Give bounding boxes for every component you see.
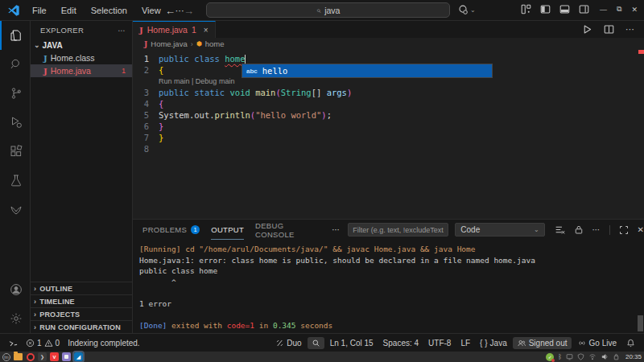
toggle-panel-icon[interactable] [559, 4, 570, 14]
panel-scrollbar-thumb[interactable] [638, 315, 643, 331]
breadcrumb-symbol[interactable]: home [205, 39, 225, 48]
indexing-status[interactable]: Indexing completed. [64, 337, 144, 349]
panel-more-actions-icon[interactable]: ⋯ [592, 225, 601, 234]
line-number: 1 [133, 53, 159, 64]
forward-arrow-icon[interactable]: → [184, 5, 194, 17]
lock-scroll-icon[interactable] [574, 224, 584, 235]
settings-button[interactable] [0, 304, 30, 333]
split-editor-icon[interactable] [604, 24, 614, 35]
menu-edit[interactable]: Edit [55, 3, 83, 18]
menu-view[interactable]: View [135, 3, 167, 18]
cursor-position-status[interactable]: Ln 1, Col 15 [326, 337, 378, 349]
out-line[interactable]: [Done] exited with code=1 in 0.345 secon… [139, 320, 644, 331]
file-home-class[interactable]: J Home.class [31, 51, 132, 64]
section-run-configuration[interactable]: › RUN CONFIGURATION [31, 320, 132, 333]
code-line[interactable]: 8 [133, 143, 644, 154]
encoding-status[interactable]: UTF-8 [424, 337, 455, 349]
eol-status[interactable]: LF [456, 337, 474, 349]
extensions-tab[interactable] [0, 137, 30, 166]
explorer-more-actions-icon[interactable]: ⋯ [118, 26, 126, 35]
file-home-java[interactable]: J Home.java 1 [31, 64, 132, 77]
tab-home-java[interactable]: J Home.java 1 × [133, 21, 216, 38]
customize-layout-icon[interactable] [521, 4, 531, 14]
toggle-secondary-sidebar-icon[interactable] [579, 4, 589, 14]
code-editor[interactable]: 1public class home2{Run main | Debug mai… [133, 50, 644, 219]
out-line[interactable] [139, 309, 644, 320]
section-projects[interactable]: › PROJECTS [31, 307, 132, 320]
out-line[interactable] [139, 287, 644, 298]
tab-problems[interactable]: PROBLEMS 1 [142, 220, 200, 240]
code-line[interactable]: 6} [133, 121, 644, 132]
update-manager-icon[interactable]: ✓ [546, 353, 554, 361]
wifi-icon[interactable] [588, 353, 597, 360]
notifications-button[interactable] [622, 337, 639, 349]
panel-more-tabs-icon[interactable]: ⋯ [332, 225, 340, 234]
out-line[interactable]: ^ [139, 277, 644, 288]
code-line[interactable]: 4{ [133, 98, 644, 109]
indentation-status[interactable]: Spaces: 4 [379, 337, 423, 349]
run-debug-tab[interactable] [0, 108, 30, 137]
token: ; [327, 110, 332, 120]
folder-java[interactable]: ⌄ JAVA [31, 39, 132, 51]
explorer-tab[interactable] [0, 21, 30, 50]
go-live-button[interactable]: Go Live [573, 337, 621, 349]
search-mode-button[interactable] [308, 337, 324, 349]
out-line[interactable]: [Running] cd "/home/arul/Documents/java/… [139, 244, 644, 255]
language-status[interactable]: { } Java [476, 337, 511, 349]
source-control-tab[interactable] [0, 79, 30, 108]
mint-menu-button[interactable]: lm [2, 353, 10, 361]
menu-selection[interactable]: Selection [85, 3, 134, 18]
code-line[interactable]: 1public class home [133, 53, 644, 64]
output-console[interactable]: [Running] cd "/home/arul/Documents/java/… [133, 240, 644, 333]
section-timeline[interactable]: › TIMELINE [31, 294, 132, 307]
minimize-button[interactable]: — [600, 6, 607, 14]
suggest-item-hello[interactable]: abc hello [242, 64, 492, 77]
shield-icon[interactable] [577, 353, 584, 360]
file-manager-launcher[interactable] [14, 352, 23, 361]
more-actions-icon[interactable]: ⋯ [625, 24, 634, 35]
out-line[interactable]: public class home [139, 265, 644, 277]
maximize-panel-icon[interactable] [619, 225, 629, 235]
restore-button[interactable]: ⧉ [617, 5, 621, 14]
copilot-button[interactable]: ⌄ [457, 4, 476, 15]
accounts-button[interactable] [0, 275, 30, 304]
breadcrumb-file[interactable]: Home.java [151, 39, 187, 48]
remote-indicator[interactable] [5, 337, 22, 349]
terminal-launcher[interactable]: ❯ [38, 352, 47, 361]
out-line[interactable]: 1 error [139, 298, 644, 310]
close-button[interactable]: ✕ [631, 6, 638, 14]
tab-output[interactable]: OUTPUT [211, 220, 244, 240]
clock[interactable]: 20:35 [625, 353, 642, 360]
app-launcher[interactable] [62, 352, 71, 361]
close-panel-icon[interactable]: ✕ [638, 225, 644, 234]
duo-status[interactable]: Duo [271, 337, 305, 349]
menu-file[interactable]: File [26, 3, 53, 18]
vivaldi-launcher[interactable]: V [50, 352, 59, 361]
out-line[interactable]: Home.java:1: error: class home is public… [139, 255, 644, 266]
close-tab-icon[interactable]: × [204, 26, 208, 35]
code-line[interactable]: 5System.out.println("hello world"); [133, 109, 644, 121]
code-line[interactable]: 3public static void main(String[] args) [133, 87, 644, 98]
signed-out-status[interactable]: Signed out [513, 337, 572, 349]
output-channel-select[interactable]: Code ⌄ [455, 223, 544, 237]
tab-debug-console[interactable]: DEBUG CONSOLE [255, 220, 320, 240]
back-arrow-icon[interactable]: ← [165, 5, 175, 17]
code-line[interactable]: 7} [133, 132, 644, 143]
browser-launcher[interactable] [26, 352, 35, 361]
eol: LF [460, 339, 470, 348]
output-filter-input[interactable] [348, 223, 448, 237]
testing-tab[interactable] [0, 166, 30, 195]
section-outline[interactable]: › OUTLINE [31, 282, 132, 294]
problems-status[interactable]: 1 0 [22, 337, 64, 349]
command-center-search[interactable]: ⌕ java [206, 2, 450, 18]
run-button[interactable] [582, 24, 592, 35]
clear-output-icon[interactable] [555, 224, 565, 235]
display-icon[interactable] [566, 353, 573, 360]
bluetooth-icon[interactable]: ᛒ [558, 354, 562, 360]
toggle-primary-sidebar-icon[interactable] [540, 4, 551, 14]
gitlens-tab[interactable] [0, 195, 30, 224]
volume-icon[interactable] [601, 353, 609, 360]
search-tab[interactable] [0, 50, 30, 79]
battery-lock-icon[interactable] [613, 353, 620, 360]
vscode-taskbar-button[interactable]: ◢ [74, 352, 83, 361]
